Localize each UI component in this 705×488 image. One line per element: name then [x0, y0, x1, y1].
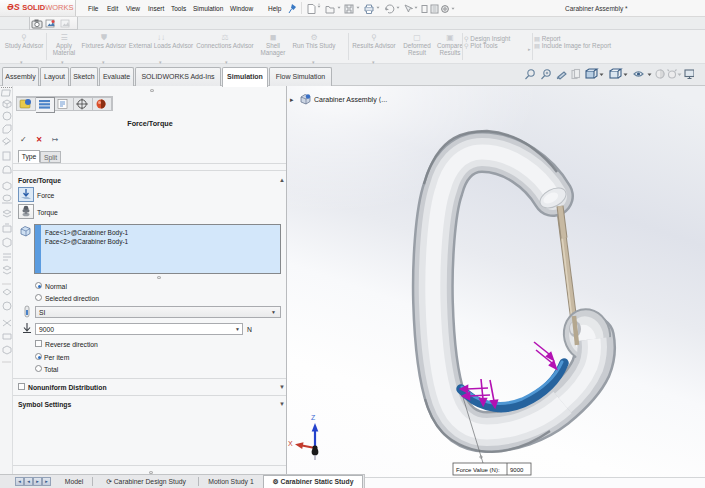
- svg-text:Force Value (N):: Force Value (N):: [456, 467, 500, 473]
- svg-text:9000: 9000: [510, 467, 524, 473]
- svg-text:▸: ▸: [290, 96, 294, 103]
- svg-text:X: X: [288, 440, 293, 447]
- svg-text:Z: Z: [311, 414, 316, 421]
- svg-text:Carabiner Assembly ⟨...: Carabiner Assembly ⟨...: [314, 96, 387, 104]
